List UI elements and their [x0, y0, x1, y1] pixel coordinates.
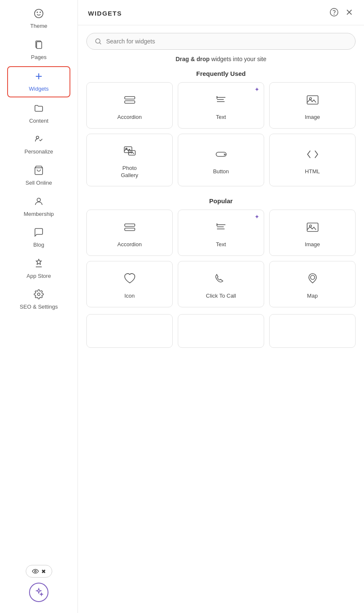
- widget-icon-1[interactable]: Icon: [86, 261, 173, 307]
- widget-label: Click To Call: [206, 293, 236, 300]
- widget-label: HTML: [305, 168, 320, 175]
- palette-icon: [34, 8, 44, 20]
- sidebar-label-theme: Theme: [30, 23, 47, 30]
- image-icon: [305, 92, 320, 110]
- preview-label: ✖: [41, 568, 46, 575]
- svg-rect-23: [307, 96, 318, 104]
- section-label-popular: Popular: [78, 193, 364, 208]
- svg-rect-29: [125, 224, 135, 226]
- section-label-frequently-used: Frequently Used: [78, 66, 364, 81]
- search-input[interactable]: [106, 38, 348, 45]
- text-icon-2: [214, 220, 229, 237]
- accordion-icon: [122, 92, 137, 110]
- svg-rect-30: [125, 228, 135, 231]
- folder-icon: [34, 103, 44, 115]
- sidebar-item-personalize[interactable]: Personalize: [7, 130, 70, 159]
- drag-hint: Drag & drop widgets into your site: [78, 50, 364, 66]
- drag-hint-bold: Drag & drop: [176, 56, 210, 62]
- image-icon-2: [305, 220, 320, 237]
- svg-point-35: [309, 225, 311, 227]
- ai-badge: ✦: [254, 86, 260, 93]
- widget-text-2[interactable]: ✦ Text: [178, 210, 264, 256]
- svg-rect-4: [37, 42, 42, 48]
- sidebar-item-membership[interactable]: Membership: [7, 192, 70, 222]
- widget-click-to-call[interactable]: Click To Call: [178, 261, 264, 307]
- panel-header: WIDGETS: [78, 0, 364, 25]
- accordion-icon-2: [122, 220, 137, 237]
- heart-icon: [122, 271, 137, 288]
- sidebar-label-sell-online: Sell Online: [26, 180, 52, 186]
- help-icon[interactable]: [329, 8, 339, 19]
- close-icon[interactable]: [345, 8, 354, 19]
- html-icon: [305, 147, 320, 164]
- drag-hint-rest: widgets into your site: [210, 56, 267, 62]
- phone-icon: [214, 271, 229, 288]
- blog-icon: [34, 227, 44, 239]
- svg-point-9: [37, 198, 40, 202]
- svg-point-12: [330, 8, 338, 16]
- sidebar-label-content: Content: [29, 118, 48, 124]
- sidebar-item-widgets[interactable]: Widgets: [7, 66, 70, 97]
- pages-icon: [34, 40, 44, 51]
- widget-html-1[interactable]: HTML: [269, 134, 356, 186]
- sidebar-label-pages: Pages: [31, 54, 47, 61]
- widget-image-1[interactable]: Image: [269, 82, 356, 129]
- widget-placeholder-3[interactable]: [269, 314, 356, 348]
- plus-icon: [34, 71, 44, 83]
- widget-label: Accordion: [118, 114, 142, 121]
- widget-placeholder-2[interactable]: [178, 314, 264, 348]
- svg-point-16: [96, 39, 100, 43]
- preview-button[interactable]: ✖: [26, 565, 52, 578]
- widget-label: Image: [305, 114, 320, 121]
- widget-placeholder-1[interactable]: [86, 314, 173, 348]
- sidebar-item-content[interactable]: Content: [7, 99, 70, 129]
- sidebar-label-app-store: App Store: [27, 273, 51, 280]
- sidebar-item-pages[interactable]: Pages: [7, 35, 70, 65]
- widget-accordion-1[interactable]: Accordion: [86, 82, 173, 129]
- personalize-icon: [34, 134, 44, 146]
- svg-line-17: [99, 43, 101, 44]
- appstore-icon: [34, 258, 44, 270]
- sidebar-item-seo[interactable]: SEO & Settings: [7, 285, 70, 315]
- widget-label: Accordion: [118, 241, 142, 248]
- search-wrap: [78, 25, 364, 50]
- widget-photo-gallery-1[interactable]: Photo Gallery: [86, 134, 173, 186]
- map-icon: [305, 271, 320, 288]
- membership-icon: [34, 196, 44, 208]
- svg-rect-18: [125, 97, 135, 99]
- widgets-panel: WIDGETS: [78, 0, 364, 613]
- sidebar-label-membership: Membership: [24, 211, 54, 218]
- widget-label: Icon: [124, 293, 135, 300]
- sidebar-item-app-store[interactable]: App Store: [7, 254, 70, 284]
- sidebar-label-personalize: Personalize: [24, 148, 53, 155]
- widget-label: Text: [216, 114, 226, 121]
- widget-label: Image: [305, 241, 320, 248]
- sidebar-item-blog[interactable]: Blog: [7, 223, 70, 253]
- svg-rect-19: [125, 101, 135, 103]
- sidebar-item-sell-online[interactable]: Sell Online: [7, 161, 70, 191]
- ai-badge-2: ✦: [254, 213, 260, 220]
- widget-map[interactable]: Map: [269, 261, 356, 307]
- sidebar-item-theme[interactable]: Theme: [7, 4, 70, 34]
- extra-row: [78, 314, 364, 355]
- cart-icon: [34, 165, 44, 177]
- widget-accordion-2[interactable]: Accordion: [86, 210, 173, 256]
- ai-button[interactable]: [29, 583, 48, 602]
- svg-point-36: [310, 275, 315, 280]
- svg-point-0: [35, 9, 43, 18]
- widget-label: Photo Gallery: [121, 165, 138, 179]
- popular-grid: Accordion ✦ Text: [78, 208, 364, 314]
- svg-point-2: [40, 12, 41, 13]
- eye-icon: [32, 568, 39, 575]
- widget-text-1[interactable]: ✦ Text: [178, 82, 264, 129]
- sidebar-label-widgets: Widgets: [29, 86, 49, 92]
- photo-gallery-icon: [122, 143, 137, 161]
- sidebar: Theme Pages Widgets Content: [0, 0, 78, 613]
- svg-point-10: [37, 293, 40, 296]
- sidebar-label-seo: SEO & Settings: [20, 304, 58, 310]
- widget-image-2[interactable]: Image: [269, 210, 356, 256]
- widget-button-1[interactable]: Button: [178, 134, 264, 186]
- search-icon: [94, 38, 102, 45]
- svg-point-7: [36, 136, 39, 139]
- text-icon: [214, 92, 229, 110]
